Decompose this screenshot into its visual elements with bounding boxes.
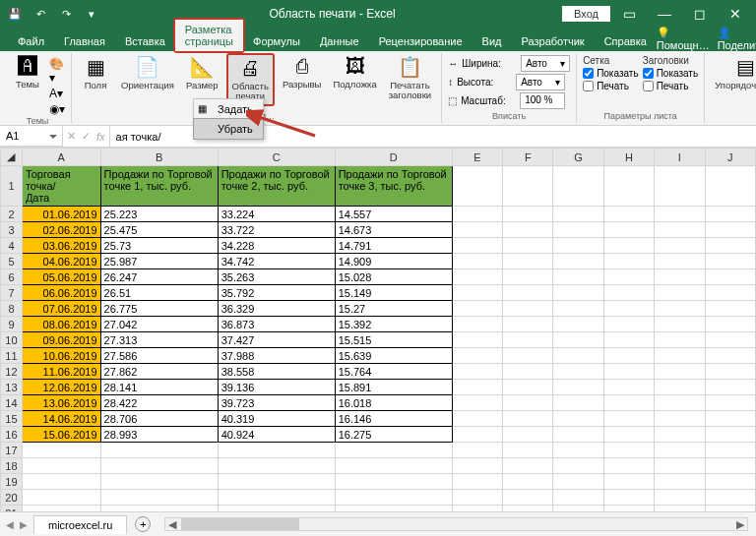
spreadsheet-grid[interactable]: ◢ABCDEFGHIJ1Торговая точка/ ДатаПродажи … [0,148,756,511]
scale-input[interactable]: 100 % [520,92,565,109]
cell[interactable] [452,301,502,317]
cell[interactable] [655,348,705,364]
cell[interactable]: 15.392 [335,317,452,332]
cell[interactable] [452,332,502,348]
cell[interactable] [655,301,705,317]
cell[interactable] [452,207,502,222]
cell[interactable] [705,443,755,458]
cell[interactable] [705,348,755,364]
cell[interactable] [655,395,705,411]
cell[interactable]: 40.924 [218,427,335,443]
tab-help[interactable]: Справка [595,31,657,51]
cell[interactable] [553,348,603,364]
row-header[interactable]: 13 [1,380,23,395]
cell[interactable] [503,443,553,458]
cell[interactable] [553,380,603,395]
tab-review[interactable]: Рецензирование [369,31,472,51]
sheet-tab[interactable]: microexcel.ru [33,515,127,534]
cell[interactable] [218,490,335,506]
cell[interactable] [705,395,755,411]
qat-customize-icon[interactable]: ▾ [81,3,102,25]
cell[interactable] [218,458,335,474]
tab-home[interactable]: Главная [54,31,115,51]
cell[interactable]: 10.06.2019 [22,348,100,364]
cell[interactable] [603,301,654,317]
cell[interactable] [655,207,705,222]
cell[interactable]: 37.988 [218,348,335,364]
breaks-button[interactable]: ⎙Разрывы [279,53,326,91]
cell[interactable] [100,490,218,506]
cell[interactable] [603,380,654,395]
cell[interactable]: 38.558 [218,364,335,380]
enter-icon[interactable]: ✓ [82,130,91,143]
cell[interactable] [655,254,705,269]
cell[interactable] [603,395,654,411]
background-button[interactable]: 🖼Подложка [329,53,380,91]
cell[interactable] [553,285,603,301]
column-header[interactable]: I [655,149,705,166]
cell[interactable]: 27.042 [100,317,218,332]
row-header[interactable]: 8 [1,301,23,317]
cell[interactable] [553,238,603,254]
cell[interactable] [603,411,654,427]
row-header[interactable]: 21 [1,506,23,512]
cell[interactable]: 11.06.2019 [22,364,100,380]
cell[interactable] [452,395,502,411]
cell[interactable]: 15.764 [335,364,452,380]
tell-me-button[interactable]: 💡 Помощн… [657,27,710,51]
row-header[interactable]: 5 [1,254,23,269]
cell[interactable] [705,166,755,207]
cell[interactable] [655,490,705,506]
cell[interactable] [705,269,755,285]
column-header[interactable]: H [603,149,654,166]
cell[interactable] [553,332,603,348]
cell[interactable] [655,166,705,207]
cell[interactable] [100,458,218,474]
row-header[interactable]: 7 [1,285,23,301]
cell[interactable] [705,411,755,427]
cell[interactable]: 07.06.2019 [22,301,100,317]
cell[interactable] [603,490,654,506]
cell[interactable]: 14.909 [335,254,452,269]
tab-formulas[interactable]: Формулы [243,31,310,51]
cell[interactable] [503,301,553,317]
cell[interactable] [452,317,502,332]
cell[interactable]: 28.993 [100,427,218,443]
cell[interactable] [655,458,705,474]
colors-icon[interactable]: 🎨▾ [49,57,65,85]
column-header[interactable]: F [503,149,553,166]
cell[interactable] [603,317,654,332]
cell[interactable]: 14.557 [335,207,452,222]
cell[interactable]: 15.515 [335,332,452,348]
minimize-icon[interactable]: — [648,2,681,26]
cell[interactable] [553,254,603,269]
cell[interactable] [603,222,654,238]
cell[interactable] [705,474,755,490]
cell[interactable] [553,411,603,427]
cell[interactable] [705,207,755,222]
cell[interactable] [452,490,502,506]
cell[interactable]: 25.223 [100,207,218,222]
cell[interactable]: 27.862 [100,364,218,380]
tab-file[interactable]: Файл [8,31,54,51]
cell[interactable] [218,474,335,490]
cell[interactable]: 36.329 [218,301,335,317]
cell[interactable] [603,207,654,222]
cell[interactable] [503,411,553,427]
cell[interactable] [100,443,218,458]
row-header[interactable]: 20 [1,490,23,506]
cell[interactable]: 13.06.2019 [22,395,100,411]
cell[interactable] [603,254,654,269]
undo-icon[interactable]: ↶ [30,3,51,25]
cell[interactable] [553,427,603,443]
cell[interactable] [705,222,755,238]
cell[interactable] [452,238,502,254]
cell[interactable]: 08.06.2019 [22,317,100,332]
cell[interactable]: 02.06.2019 [22,222,100,238]
margins-button[interactable]: ▦Поля [78,53,113,92]
cell[interactable] [705,238,755,254]
row-header[interactable]: 4 [1,238,23,254]
tab-insert[interactable]: Вставка [115,31,175,51]
cell[interactable] [705,458,755,474]
cell[interactable]: 26.51 [100,285,218,301]
